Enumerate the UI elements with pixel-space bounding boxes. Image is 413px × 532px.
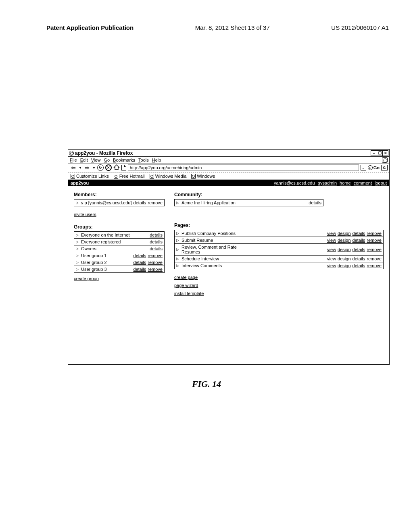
expand-icon[interactable]: ▷ xyxy=(176,247,179,251)
page-remove-link[interactable]: remove xyxy=(367,238,382,243)
expand-icon[interactable]: ▷ xyxy=(176,231,179,235)
community-row: ▷Acme Inc Hiring Application details xyxy=(174,199,323,206)
group-label: Everyone on the Internet xyxy=(81,233,129,237)
page-label: Publish Company Positions xyxy=(181,231,236,236)
bookmark-icon xyxy=(71,174,75,179)
expand-icon[interactable]: ▷ xyxy=(76,201,79,205)
page-design-link[interactable]: design xyxy=(338,263,350,268)
close-button[interactable]: ✕ xyxy=(382,151,388,156)
menu-edit[interactable]: Edit xyxy=(80,158,88,162)
group-label: User group 1 xyxy=(81,253,107,258)
link-comment[interactable]: comment xyxy=(354,181,372,185)
page-remove-link[interactable]: remove xyxy=(367,256,382,261)
group-details-link[interactable]: details xyxy=(133,253,146,258)
page-remove-link[interactable]: remove xyxy=(367,263,382,268)
user-email: yannis@cs.ucsd.edu xyxy=(274,181,315,185)
page-details-link[interactable]: details xyxy=(353,256,365,261)
pages-list: ▷Publish Company Positions view design d… xyxy=(174,230,384,269)
page-remove-link[interactable]: remove xyxy=(367,231,382,236)
url-input[interactable] xyxy=(128,164,359,171)
page-view-link[interactable]: view xyxy=(327,247,336,252)
group-remove-link[interactable]: remove xyxy=(148,253,163,258)
expand-icon[interactable]: ▷ xyxy=(76,254,79,258)
page-design-link[interactable]: design xyxy=(338,231,350,236)
page-design-link[interactable]: design xyxy=(338,238,350,243)
expand-icon[interactable]: ▷ xyxy=(176,264,179,268)
menu-view[interactable]: View xyxy=(91,158,101,162)
expand-icon[interactable]: ▷ xyxy=(76,240,79,244)
group-details-link[interactable]: details xyxy=(133,267,146,272)
forward-dropdown[interactable]: ▼ xyxy=(92,166,96,170)
expand-icon[interactable]: ▷ xyxy=(76,233,79,237)
page-row: ▷Review, Comment and Rate Resumes view d… xyxy=(174,244,384,256)
community-list: ▷Acme Inc Hiring Application details xyxy=(174,199,384,206)
group-details-link[interactable]: details xyxy=(150,246,163,251)
page-view-link[interactable]: view xyxy=(327,231,336,236)
page-details-link[interactable]: details xyxy=(353,263,365,268)
link-home[interactable]: home xyxy=(340,181,351,185)
community-details-link[interactable]: details xyxy=(309,200,321,205)
page-view-link[interactable]: view xyxy=(327,256,336,261)
page-details-link[interactable]: details xyxy=(353,247,365,252)
expand-icon[interactable]: ▷ xyxy=(176,257,179,261)
group-label: User group 2 xyxy=(81,260,107,265)
maximize-button[interactable]: ❐ xyxy=(377,151,382,156)
expand-icon[interactable]: ▷ xyxy=(176,238,179,242)
group-details-link[interactable]: details xyxy=(150,239,163,244)
bookmarks-toolbar: Customize Links Free Hotmail Windows Med… xyxy=(68,173,389,180)
page-view-link[interactable]: view xyxy=(327,238,336,243)
page-details-link[interactable]: details xyxy=(353,231,365,236)
bookmark-windows-media[interactable]: Windows Media xyxy=(150,174,187,179)
expand-icon[interactable]: ▷ xyxy=(76,247,79,251)
menu-go[interactable]: Go xyxy=(104,158,110,162)
page-remove-link[interactable]: remove xyxy=(367,247,382,252)
forward-button[interactable]: ⇨ xyxy=(83,164,91,171)
go-icon[interactable]: ▸ xyxy=(368,165,373,170)
bookmark-customize-links[interactable]: Customize Links xyxy=(71,174,109,179)
home-button[interactable] xyxy=(113,164,120,171)
group-details-link[interactable]: details xyxy=(133,260,146,265)
group-details-link[interactable]: details xyxy=(150,233,163,237)
window-titlebar: app2you - Mozilla Firefox – ❐ ✕ xyxy=(68,150,389,157)
main-content: Members: ▷y p [yannis@cs.ucsd.edu] detai… xyxy=(68,186,389,364)
go-button[interactable]: Go xyxy=(373,165,380,170)
url-dropdown[interactable]: ⌄ xyxy=(361,165,366,170)
expand-icon[interactable]: ▷ xyxy=(176,201,179,205)
expand-icon[interactable]: ▷ xyxy=(76,260,79,264)
create-group-link[interactable]: create group xyxy=(74,276,99,281)
menu-tools[interactable]: Tools xyxy=(138,158,149,162)
page-label: Interview Comments xyxy=(181,263,222,268)
app-title: app2you xyxy=(71,181,89,185)
group-row: ▷User group 2 detailsremove xyxy=(74,259,165,266)
group-remove-link[interactable]: remove xyxy=(148,267,163,272)
expand-icon[interactable]: ▷ xyxy=(76,267,79,271)
page-wizard-link[interactable]: page wizard xyxy=(174,283,198,288)
search-engine-button[interactable]: G xyxy=(381,165,388,170)
pub-date: Mar. 8, 2012 Sheet 13 of 37 xyxy=(195,24,270,31)
create-page-link[interactable]: create page xyxy=(174,275,198,280)
member-label: y p [yannis@cs.ucsd.edu] xyxy=(81,200,132,205)
back-dropdown[interactable]: ▼ xyxy=(79,166,82,170)
menu-file[interactable]: File xyxy=(70,158,77,162)
link-logout[interactable]: logout xyxy=(375,181,387,185)
link-sysadmin[interactable]: sysadmin xyxy=(318,181,337,185)
menu-help[interactable]: Help xyxy=(152,158,161,162)
stop-button[interactable]: ✕ xyxy=(105,164,112,171)
document-header: Patent Application Publication Mar. 8, 2… xyxy=(0,0,413,35)
back-button[interactable]: ⇦ xyxy=(70,164,77,171)
page-details-link[interactable]: details xyxy=(353,238,365,243)
member-details-link[interactable]: details xyxy=(133,200,146,205)
install-template-link[interactable]: install template xyxy=(174,291,204,296)
page-design-link[interactable]: design xyxy=(338,256,350,261)
pages-heading: Pages: xyxy=(174,222,384,228)
minimize-button[interactable]: – xyxy=(371,151,377,156)
bookmark-windows[interactable]: Windows xyxy=(191,174,215,179)
reload-button[interactable]: ↻ xyxy=(97,164,104,171)
page-design-link[interactable]: design xyxy=(338,247,350,252)
menu-bookmarks[interactable]: Bookmarks xyxy=(113,158,135,162)
invite-users-link[interactable]: invite users xyxy=(74,212,96,217)
page-view-link[interactable]: view xyxy=(327,263,336,268)
bookmark-free-hotmail[interactable]: Free Hotmail xyxy=(114,174,145,179)
group-remove-link[interactable]: remove xyxy=(148,260,163,265)
member-remove-link[interactable]: remove xyxy=(148,200,163,205)
